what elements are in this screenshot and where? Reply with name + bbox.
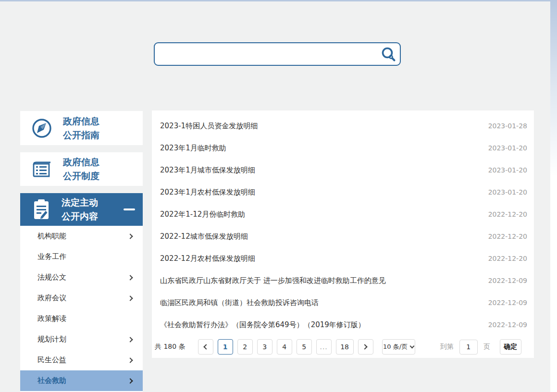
search-input[interactable]	[155, 43, 377, 65]
sidebar-item-org-functions[interactable]: 机构职能	[20, 226, 143, 246]
article-date: 2022-12-09	[488, 277, 527, 284]
page-size-select[interactable]: 10 条/页	[382, 339, 415, 355]
page-button-5[interactable]: 5	[297, 339, 312, 355]
article-date: 2023-01-28	[488, 122, 527, 130]
article-title[interactable]: 2023-1特困人员资金发放明细	[160, 122, 258, 131]
article-list: 2023-1特困人员资金发放明细 2023-01-28 2023年1月临时救助 …	[152, 110, 534, 336]
search-bar	[154, 42, 401, 66]
book-icon	[31, 158, 53, 181]
page-button-4[interactable]: 4	[277, 339, 292, 355]
sidebar-item-social-assistance[interactable]: 社会救助	[20, 370, 143, 391]
compass-icon	[31, 117, 53, 139]
list-item[interactable]: 2022-12月农村低保发放明细 2022-12-20	[152, 247, 534, 270]
sidebar-item-gov-info-system[interactable]: 政府信息 公开制度	[20, 152, 143, 186]
sidebar-item-policy-interpretation[interactable]: 政策解读	[20, 308, 143, 329]
sidebar-card-label-line2: 公开内容	[62, 209, 98, 223]
article-date: 2023-01-20	[488, 188, 527, 196]
article-date: 2022-12-09	[488, 321, 527, 329]
sidebar-item-public-welfare[interactable]: 民生公益	[20, 350, 143, 370]
submenu-label: 业务工作	[37, 252, 66, 261]
sidebar-item-statutory-disclosure[interactable]: 法定主动 公开内容	[20, 193, 143, 226]
article-title[interactable]: 临淄区民政局和镇（街道）社会救助投诉咨询电话	[160, 298, 319, 307]
sidebar-card-label-line1: 政府信息	[63, 155, 99, 169]
clipboard-pencil-icon	[31, 198, 52, 221]
search-icon	[380, 47, 396, 62]
sidebar-card-label-line1: 政府信息	[63, 114, 99, 128]
article-date: 2023-01-20	[488, 166, 527, 174]
list-item[interactable]: 2022年1-12月份临时救助 2022-12-20	[152, 203, 534, 225]
list-item[interactable]: 2023-1特困人员资金发放明细 2023-01-28	[152, 115, 534, 137]
next-page-button[interactable]	[358, 339, 373, 355]
sidebar-card-label-line2: 公开指南	[63, 128, 99, 142]
article-date: 2022-12-20	[488, 233, 527, 240]
submenu-label: 规划计划	[37, 335, 66, 344]
chevron-right-icon	[127, 275, 133, 280]
goto-page-input[interactable]	[459, 340, 478, 355]
goto-page-group: 到第 页 确定	[440, 339, 521, 355]
page-button-3[interactable]: 3	[257, 339, 272, 355]
page-button-1[interactable]: 1	[218, 339, 233, 355]
page-button-2[interactable]: 2	[237, 339, 253, 355]
list-item[interactable]: 2023年1月临时救助 2023-01-20	[152, 137, 534, 159]
article-title[interactable]: 2022-12城市低保发放明细	[160, 232, 248, 241]
content-panel: 2023-1特困人员资金发放明细 2023-01-28 2023年1月临时救助 …	[152, 110, 534, 358]
list-item[interactable]: 2023年1月农村低保发放明细 2023-01-20	[152, 181, 534, 203]
article-title[interactable]: 2022年1-12月份临时救助	[160, 210, 245, 219]
sidebar-item-gov-info-guide[interactable]: 政府信息 公开指南	[20, 111, 143, 145]
prev-page-button[interactable]	[198, 339, 213, 355]
article-title[interactable]: 《社会救助暂行办法》（国务院令第649号）（2019年修订版）	[160, 320, 365, 330]
submenu-label: 社会救助	[37, 376, 66, 385]
article-title[interactable]: 山东省民政厅山东省财政厅关于 进一步加强和改进临时救助工作的意见	[160, 276, 386, 285]
confirm-button[interactable]: 确定	[500, 339, 521, 355]
collapse-icon	[124, 208, 135, 210]
chevron-left-icon	[203, 344, 209, 349]
goto-suffix-label: 页	[483, 343, 490, 351]
page-right-edge	[550, 0, 557, 392]
article-title[interactable]: 2023年1月农村低保发放明细	[160, 188, 255, 197]
sidebar-card-label-line2: 公开制度	[63, 169, 99, 183]
search-button[interactable]	[377, 43, 400, 65]
sidebar-card-label-line1: 法定主动	[62, 196, 98, 209]
page-size-value: 10 条/页	[383, 343, 408, 351]
chevron-right-icon	[127, 295, 133, 301]
article-date: 2022-12-20	[488, 210, 527, 218]
chevron-right-icon	[362, 344, 367, 349]
page-button-18[interactable]: 18	[336, 339, 354, 355]
article-date: 2023-01-20	[488, 144, 527, 152]
submenu-label: 政府会议	[37, 294, 66, 303]
submenu-label: 机构职能	[37, 232, 66, 241]
article-title[interactable]: 2023年1月城市低保发放明细	[160, 166, 255, 175]
sidebar-item-regulations[interactable]: 法规公文	[20, 267, 143, 288]
pagination-bar: 共 180 条 1 2 3 4 5 ... 18 10 条/页 到第 页 确定	[152, 336, 534, 358]
chevron-right-icon	[127, 378, 133, 383]
chevron-down-icon	[410, 343, 415, 348]
article-title[interactable]: 2023年1月临时救助	[160, 144, 226, 153]
sidebar-item-planning[interactable]: 规划计划	[20, 329, 143, 350]
list-item[interactable]: 2022-12城市低保发放明细 2022-12-20	[152, 225, 534, 247]
submenu-label: 政策解读	[37, 314, 66, 323]
chevron-right-icon	[127, 337, 133, 342]
page-top-border	[0, 0, 557, 1]
sidebar-submenu: 机构职能 业务工作 法规公文 政府会议 政策解读 规划计划 民生公益 社会救助	[20, 226, 143, 392]
list-item[interactable]: 临淄区民政局和镇（街道）社会救助投诉咨询电话 2022-12-09	[152, 292, 534, 314]
submenu-label: 民生公益	[37, 355, 66, 365]
total-count-label: 共 180 条	[155, 343, 186, 351]
chevron-right-icon	[127, 357, 133, 363]
submenu-label: 法规公文	[37, 273, 66, 282]
goto-prefix-label: 到第	[440, 343, 454, 351]
sidebar: 政府信息 公开指南 政府信息 公开制度	[20, 111, 143, 392]
list-item[interactable]: 山东省民政厅山东省财政厅关于 进一步加强和改进临时救助工作的意见 2022-12…	[152, 270, 534, 292]
list-item[interactable]: 2023年1月城市低保发放明细 2023-01-20	[152, 159, 534, 181]
sidebar-item-gov-meetings[interactable]: 政府会议	[20, 288, 143, 308]
list-item[interactable]: 《社会救助暂行办法》（国务院令第649号）（2019年修订版） 2022-12-…	[152, 314, 534, 336]
sidebar-item-business-work[interactable]: 业务工作	[20, 246, 143, 267]
article-date: 2022-12-20	[488, 255, 527, 262]
page-ellipsis-button[interactable]: ...	[316, 339, 332, 355]
article-date: 2022-12-09	[488, 299, 527, 306]
chevron-right-icon	[127, 233, 133, 239]
article-title[interactable]: 2022-12月农村低保发放明细	[160, 254, 255, 263]
